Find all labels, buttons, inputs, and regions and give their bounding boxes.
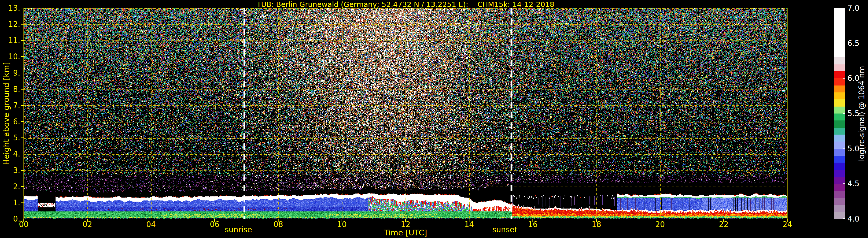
colorbar-segment: [834, 43, 845, 50]
colorbar-segment: [834, 170, 845, 177]
colorbar-segment: [834, 107, 845, 113]
colorbar-segment: [834, 113, 845, 121]
colorbar-segment: [834, 36, 845, 43]
sunset-annotation: sunset: [492, 226, 517, 233]
x-tick-mark-04: [151, 219, 151, 222]
colorbar-tick-label-4.5: 4.5: [847, 180, 859, 188]
colorbar-tick-label-7.0: 7.0: [847, 4, 859, 12]
y-tick-mark-6: [21, 121, 24, 122]
colorbar-label: log(rc-signal) @ 1064 nm: [857, 109, 866, 118]
colorbar-segment: [834, 78, 845, 85]
x-tick-mark-08: [278, 219, 279, 222]
colorbar-segment: [834, 29, 845, 36]
y-tick-label-6: 6.: [1, 118, 20, 125]
y-tick-mark-8: [21, 89, 24, 90]
y-tick-mark-10: [21, 56, 24, 57]
colorbar-segment: [834, 141, 845, 148]
y-tick-label-2: 2.: [1, 183, 20, 190]
colorbar-segment: [834, 177, 845, 184]
colorbar-segment: [834, 93, 845, 99]
colorbar-tick-mark: [843, 113, 845, 114]
y-tick-mark-5: [21, 137, 24, 138]
colorbar-segment: [834, 86, 845, 93]
y-tick-label-10: 10.: [1, 53, 20, 60]
colorbar-tick-mark: [843, 8, 845, 9]
y-tick-label-12: 12.: [1, 21, 20, 28]
colorbar-tick-mark: [843, 78, 845, 78]
y-tick-mark-9: [21, 73, 24, 73]
x-tick-mark-06: [214, 219, 215, 222]
colorbar-tick-mark: [843, 183, 845, 184]
colorbar-segment: [834, 57, 845, 64]
colorbar-segment: [834, 8, 845, 15]
colorbar-segment: [834, 205, 845, 212]
y-tick-label-0: 0.: [1, 215, 20, 223]
x-axis-label: Time [UTC]: [384, 229, 427, 237]
colorbar-segment: [834, 121, 845, 127]
x-tick-mark-00: [24, 219, 24, 222]
colorbar-segment: [834, 135, 845, 141]
y-tick-label-1: 1.: [1, 199, 20, 206]
y-tick-label-13: 13.: [1, 4, 20, 12]
sunrise-annotation: sunrise: [225, 226, 252, 233]
colorbar-tick-label-6.5: 6.5: [847, 40, 859, 47]
y-tick-mark-11: [21, 40, 24, 41]
colorbar-segment: [834, 149, 845, 156]
plot-area: [24, 8, 787, 219]
colorbar-label-text: log(rc-signal) @ 1064 nm: [857, 66, 866, 161]
colorbar-segment: [834, 50, 845, 57]
y-tick-mark-2: [21, 186, 24, 187]
colorbar-segment: [834, 184, 845, 191]
y-tick-mark-4: [21, 154, 24, 154]
x-tick-mark-02: [87, 219, 88, 222]
x-tick-mark-14: [469, 219, 469, 222]
y-tick-mark-12: [21, 24, 24, 25]
x-tick-mark-16: [532, 219, 533, 222]
colorbar-segment: [834, 22, 845, 29]
y-tick-label-11: 11.: [1, 37, 20, 44]
colorbar-segment: [834, 15, 845, 22]
y-tick-label-4: 4.: [1, 150, 20, 158]
colorbar-segment: [834, 128, 845, 135]
plot-title: TUB: Berlin Grunewald (Germany; 52.4732 …: [256, 0, 554, 9]
y-tick-label-8: 8.: [1, 86, 20, 93]
colorbar-tick-label-4.0: 4.0: [847, 215, 859, 223]
x-tick-mark-10: [342, 219, 342, 222]
ceilometer-heatmap-canvas: [24, 8, 787, 219]
colorbar-segment: [834, 71, 845, 78]
y-tick-label-3: 3.: [1, 167, 20, 174]
y-tick-label-7: 7.: [1, 102, 20, 109]
y-tick-mark-3: [21, 170, 24, 171]
colorbar-tick-mark: [843, 43, 845, 44]
y-tick-mark-13: [21, 8, 24, 8]
x-tick-mark-20: [660, 219, 660, 222]
x-tick-mark-24: [787, 219, 787, 222]
y-axis-label: Height above ground [km]: [2, 109, 11, 118]
colorbar-tick-mark: [843, 218, 845, 219]
x-tick-mark-12: [405, 219, 406, 222]
y-tick-label-9: 9.: [1, 69, 20, 77]
x-tick-mark-18: [596, 219, 597, 222]
y-tick-label-5: 5.: [1, 134, 20, 141]
colorbar-segment: [834, 99, 845, 106]
colorbar-segment: [834, 156, 845, 163]
colorbar-segment: [834, 163, 845, 170]
colorbar-segment: [834, 198, 845, 205]
y-tick-mark-1: [21, 202, 24, 203]
colorbar-segment: [834, 191, 845, 198]
y-tick-mark-7: [21, 105, 24, 106]
y-axis-label-text: Height above ground [km]: [2, 62, 11, 165]
colorbar-segment: [834, 64, 845, 71]
colorbar-tick-mark: [843, 148, 845, 149]
x-tick-mark-22: [723, 219, 724, 222]
ceilometer-quicklook-page: { "header": { "station": "TUB: Berlin Gr…: [0, 0, 868, 238]
